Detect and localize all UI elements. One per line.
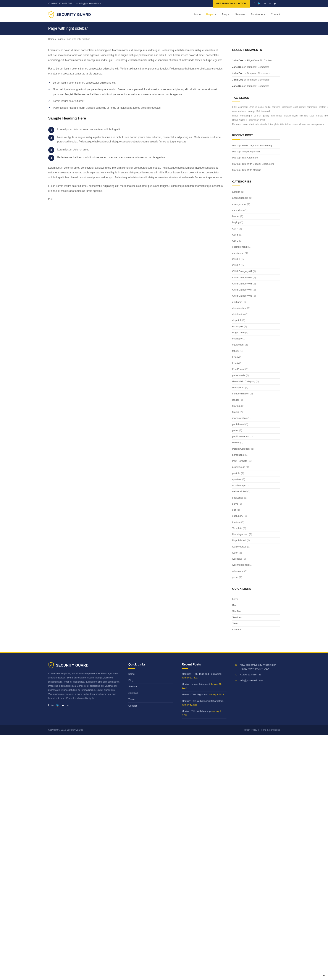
category-link[interactable]: arrangement (1)	[232, 201, 280, 207]
category-link[interactable]: pustule (1)	[232, 471, 280, 476]
tag-link[interactable]: audio	[265, 106, 271, 108]
category-link[interactable]: propylaeum (1)	[232, 464, 280, 470]
category-link[interactable]: Post Formats (16)	[232, 458, 280, 464]
category-link[interactable]: Unpublished (1)	[232, 538, 280, 544]
category-link[interactable]: quartern (1)	[232, 476, 280, 482]
category-link[interactable]: Cat A (1)	[232, 226, 280, 232]
tag-link[interactable]: pagination	[248, 119, 259, 121]
tag-link[interactable]: standard	[260, 123, 269, 126]
category-link[interactable]: years (1)	[232, 574, 280, 580]
tag-link[interactable]: template	[270, 123, 279, 126]
nav-item-contact[interactable]: Contact	[271, 13, 280, 17]
tag-link[interactable]: Love	[309, 114, 314, 117]
nav-item-shortcode[interactable]: Shortcode▼	[251, 13, 266, 17]
tag-link[interactable]: comments	[307, 106, 317, 108]
consultation-button[interactable]: GET FREE CONSULTATION	[213, 0, 250, 8]
category-link[interactable]: Markup (6)	[232, 403, 280, 409]
rss-icon[interactable]: ∿	[269, 2, 271, 6]
category-link[interactable]: wellhead (1)	[232, 556, 280, 562]
footer-link[interactable]: home	[128, 671, 173, 677]
tag-link[interactable]: content	[319, 106, 326, 108]
tag-link[interactable]: link	[299, 114, 303, 117]
category-link[interactable]: chastening (1)	[232, 250, 280, 256]
twitter-icon[interactable]: 🐦	[258, 2, 261, 6]
category-link[interactable]: disinclination (1)	[232, 305, 280, 311]
logo[interactable]: SECURITY GUARD	[48, 11, 91, 18]
category-link[interactable]: weakhearted (1)	[232, 544, 280, 550]
tag-link[interactable]: image	[276, 114, 282, 117]
tag-link[interactable]: gallery	[263, 114, 269, 117]
post-link[interactable]: Markup: Image Alignment	[232, 149, 280, 155]
category-link[interactable]: equipollent (1)	[232, 342, 280, 348]
category-link[interactable]: Media (2)	[232, 409, 280, 415]
comment-item[interactable]: Jane Doe on Template: Comments	[232, 64, 280, 70]
category-link[interactable]: echappee (1)	[232, 324, 280, 330]
post-link[interactable]: Markup: Text Alignment	[232, 155, 280, 161]
category-link[interactable]: aciform (1)	[232, 189, 280, 195]
footer-link[interactable]: Team	[128, 696, 173, 703]
category-link[interactable]: Child 2 (1)	[232, 262, 280, 269]
category-link[interactable]: whetstone (1)	[232, 568, 280, 574]
linkedin-icon[interactable]: in	[264, 2, 266, 6]
tag-link[interactable]: shortcode	[249, 123, 259, 126]
category-link[interactable]: Child Category 02 (1)	[232, 275, 280, 281]
tag-link[interactable]: quote	[242, 123, 247, 126]
category-link[interactable]: Foo Parent (1)	[232, 366, 280, 372]
category-link[interactable]: ween (1)	[232, 550, 280, 556]
category-link[interactable]: sub (1)	[232, 507, 280, 513]
tag-link[interactable]: lists	[304, 114, 308, 117]
footer-post[interactable]: Markup: Image Alignment January 10, 2013	[182, 681, 226, 691]
category-link[interactable]: Edge Case (6)	[232, 330, 280, 336]
nav-item-blog[interactable]: Blog▼	[222, 13, 230, 17]
tag-link[interactable]: video	[293, 123, 298, 126]
category-link[interactable]: Parent Category (1)	[232, 446, 280, 452]
tag-link[interactable]: jetpack	[283, 114, 291, 117]
crumb-link[interactable]: Home	[48, 38, 54, 40]
category-link[interactable]: monosyllable (1)	[232, 415, 280, 421]
category-link[interactable]: clerkship (1)	[232, 299, 280, 305]
category-link[interactable]: disinfection (1)	[232, 311, 280, 317]
tag-link[interactable]: aside	[258, 106, 264, 108]
youtube-icon[interactable]: ▶	[274, 2, 276, 6]
tag-link[interactable]: Articles	[249, 106, 257, 108]
category-link[interactable]: lender (1)	[232, 397, 280, 403]
tag-link[interactable]: Fun	[258, 114, 261, 117]
nav-item-home[interactable]: home	[194, 13, 201, 17]
nav-item-services[interactable]: Services	[235, 13, 245, 17]
tag-link[interactable]: embeds	[238, 110, 246, 113]
footer-link[interactable]: Services	[128, 690, 173, 696]
footer-link[interactable]: Blog	[128, 677, 173, 683]
footer-link[interactable]: Site Map	[128, 683, 173, 690]
quick-link[interactable]: Services	[232, 614, 280, 620]
tag-link[interactable]: 8BIT	[232, 106, 237, 108]
category-link[interactable]: sloyd (1)	[232, 501, 280, 507]
tag-link[interactable]: layout	[292, 114, 298, 117]
category-link[interactable]: asmodeus (1)	[232, 207, 280, 213]
category-link[interactable]: personable (1)	[232, 452, 280, 458]
topbar-email[interactable]: ✉info@youremail.com	[76, 2, 101, 6]
quick-link[interactable]: Contact	[232, 627, 280, 633]
quick-link[interactable]: Site Map	[232, 608, 280, 614]
comment-item[interactable]: Jane Doe on Template: Comments	[232, 83, 280, 89]
tag-link[interactable]: html	[271, 114, 275, 117]
category-link[interactable]: dispatch (1)	[232, 317, 280, 323]
category-link[interactable]: antiquarianism (1)	[232, 195, 280, 201]
tag-link[interactable]: markup	[316, 114, 323, 117]
category-link[interactable]: Template (9)	[232, 525, 280, 531]
tag-link[interactable]: categories	[282, 106, 292, 108]
topbar-phone[interactable]: ✆+1800 123 456 789	[48, 2, 72, 6]
tag-link[interactable]: Nailed It	[239, 119, 247, 121]
privacy-link[interactable]: Privacy Policy	[243, 729, 257, 731]
footer-logo[interactable]: SECURITY GUARD	[48, 662, 120, 668]
category-link[interactable]: Cat B (1)	[232, 232, 280, 238]
category-link[interactable]: buying (1)	[232, 220, 280, 226]
tag-link[interactable]: FTW	[251, 114, 256, 117]
tag-link[interactable]: Codex	[299, 106, 306, 108]
nav-item-pages[interactable]: Pages▼	[206, 13, 216, 17]
post-link[interactable]: Markup: HTML Tags and Formatting	[232, 143, 280, 149]
category-link[interactable]: papilionaceous (1)	[232, 434, 280, 440]
category-link[interactable]: broder (1)	[232, 213, 280, 220]
facebook-icon[interactable]: f	[48, 703, 49, 708]
category-link[interactable]: showshoe (1)	[232, 495, 280, 501]
category-link[interactable]: Uncategorized (9)	[232, 531, 280, 538]
